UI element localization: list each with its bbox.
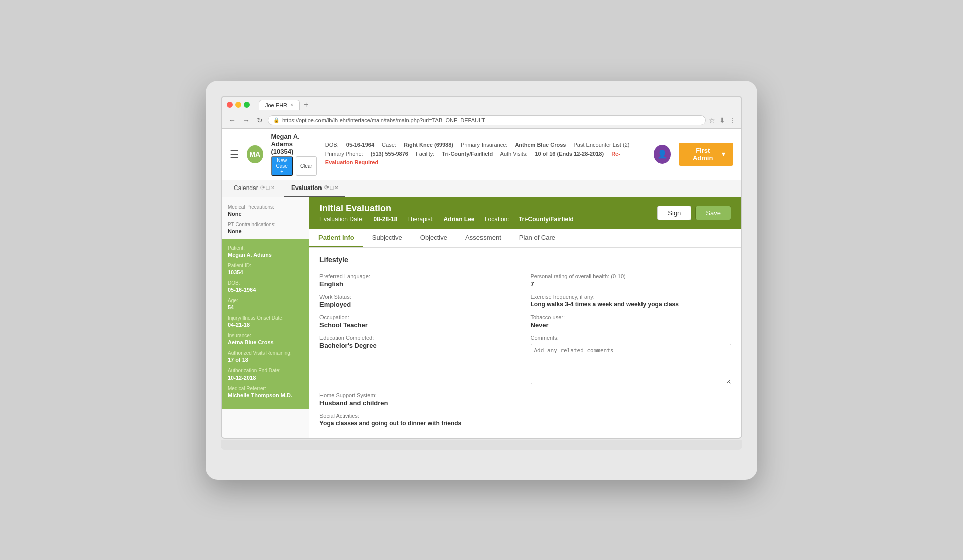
auth-detail: Auth Visits: 10 of 16 (Ends 12-28-2018) (500, 151, 604, 157)
nav-actions: ☆ ⬇ ⋮ (709, 116, 736, 124)
close-traffic-light[interactable] (227, 102, 233, 108)
auth-end-value: 10-12-2018 (228, 375, 303, 381)
preferred-lang-label: Preferred Language: (319, 273, 521, 279)
refresh-button[interactable]: ↻ (255, 115, 265, 125)
injury-value: 04-21-18 (228, 322, 303, 328)
case-detail: Case: Right Knee (69988) (382, 142, 453, 148)
section-divider (319, 435, 731, 435)
precautions-label: Medical Precautions: (228, 204, 303, 210)
eval-location-label: Location: (485, 216, 509, 223)
tab-patient-info-label: Patient Info (318, 234, 354, 241)
menu-icon[interactable]: ⋮ (729, 116, 736, 124)
patient-badges: New Case + Clear (271, 156, 317, 176)
dob-sidebar-label: DOB: (228, 280, 303, 286)
precautions-value: None (228, 211, 303, 217)
eval-meta: Evaluation Date: 08-28-18 Therapist: Adr… (319, 216, 582, 223)
sidebar-patient-id: Patient ID: 10354 (228, 263, 303, 275)
insurance-sidebar-label: Insurance: (228, 333, 303, 338)
education-col: Education Completed: Bachelor's Degree (319, 335, 521, 386)
tab-patient-info[interactable]: Patient Info (309, 229, 363, 247)
social-col: Social Activities: Yoga classes and goin… (319, 413, 731, 427)
evaluation-tab[interactable]: Evaluation ⟳ □ × (284, 180, 345, 197)
occupation-label: Occupation: (319, 314, 521, 320)
maximize-traffic-light[interactable] (244, 102, 250, 108)
patient-label: Patient: (228, 245, 303, 251)
tab-assessment-label: Assessment (465, 234, 501, 241)
insurance-sidebar-value: Aetna Blue Cross (228, 339, 303, 345)
content-area: Initial Evaluation Evaluation Date: 08-2… (309, 197, 741, 438)
calendar-tab[interactable]: Calendar ⟳ □ × (227, 180, 281, 197)
comments-textarea[interactable] (531, 344, 732, 384)
tab-subjective-label: Subjective (372, 234, 402, 241)
eval-header: Initial Evaluation Evaluation Date: 08-2… (309, 197, 741, 229)
browser-tab[interactable]: Joe EHR × (259, 100, 300, 110)
id-value: 10354 (228, 269, 303, 275)
header-patient-details: DOB: 05-16-1964 Case: Right Knee (69988)… (325, 141, 646, 167)
tab-bar: Joe EHR × + (259, 100, 310, 110)
star-icon[interactable]: ☆ (709, 116, 715, 124)
dob-label: DOB: 05-16-1964 (325, 142, 374, 148)
browser-nav: ← → ↻ 🔒 https://optjoe.com/lh/lh-ehr/int… (227, 113, 736, 128)
lifestyle-row2: Work Status: Employed Exercise frequency… (319, 294, 731, 308)
preferred-lang-col: Preferred Language: English (319, 273, 521, 288)
app-header: ☰ MA Megan A. Adams (10354) New Case + C… (222, 129, 741, 180)
url-bar[interactable]: 🔒 https://optjoe.com/lh/lh-ehr/interface… (268, 115, 706, 125)
sign-button[interactable]: Sign (657, 206, 691, 220)
patient-avatar: MA (247, 145, 263, 163)
work-status-col: Work Status: Employed (319, 294, 521, 308)
tab-subjective[interactable]: Subjective (363, 229, 411, 247)
dob-sidebar-value: 05-16-1964 (228, 287, 303, 293)
exercise-label: Exercise frequency, if any: (531, 294, 732, 300)
past-encounter[interactable]: Past Encounter List (2) (574, 142, 630, 148)
eval-title: Initial Evaluation (319, 203, 582, 214)
new-case-button[interactable]: New Case + (271, 156, 293, 176)
outer-tab-bar: Calendar ⟳ □ × Evaluation ⟳ □ × (222, 180, 741, 197)
tab-objective-label: Objective (420, 234, 447, 241)
phone-detail: Primary Phone: (513) 555-9876 (325, 151, 408, 157)
user-avatar: 👤 (654, 145, 671, 164)
eval-therapist-value: Adrian Lee (444, 216, 475, 223)
hamburger-menu[interactable]: ☰ (230, 148, 239, 160)
tab-title: Joe EHR (265, 102, 287, 108)
save-button[interactable]: Save (695, 206, 731, 220)
url-text: https://optjoe.com/lh/lh-ehr/interface/m… (282, 117, 485, 123)
sidebar-age: Age: 54 (228, 298, 303, 310)
facility-detail: Facility: Tri-County/Fairfield (416, 151, 493, 157)
patient-info-section: Megan A. Adams (10354) New Case + Clear (271, 133, 317, 176)
tab-objective[interactable]: Objective (411, 229, 456, 247)
id-label: Patient ID: (228, 263, 303, 268)
sidebar-patient-info: Patient: Megan A. Adams Patient ID: 1035… (222, 239, 309, 409)
clear-button[interactable]: Clear (296, 156, 317, 176)
work-status-value: Employed (319, 301, 521, 308)
forward-button[interactable]: → (241, 115, 252, 125)
download-icon[interactable]: ⬇ (719, 116, 725, 124)
preferred-lang-value: English (319, 280, 521, 288)
sidebar-patient-name-section: Patient: Megan A. Adams (228, 245, 303, 258)
referrer-value: Michelle Thompson M.D. (228, 392, 303, 398)
eval-actions: Sign Save (657, 206, 731, 220)
health-rating-value: 7 (531, 280, 732, 288)
sidebar-injury: Injury/Illness Onset Date: 04-21-18 (228, 315, 303, 328)
patient-name-header: Megan A. Adams (10354) (271, 133, 317, 155)
eval-date-value: 08-28-18 (373, 216, 397, 223)
auth-visits-label: Authorized Visits Remaining: (228, 350, 303, 356)
sidebar-contraindications: PT Contraindications: None (228, 222, 303, 234)
eval-location-value: Tri-County/Fairfield (519, 216, 574, 223)
tab-close-btn[interactable]: × (290, 102, 293, 108)
sidebar-insurance: Insurance: Aetna Blue Cross (228, 333, 303, 345)
tab-plan-of-care[interactable]: Plan of Care (510, 229, 564, 247)
sidebar-auth-end: Authorization End Date: 10-12-2018 (228, 368, 303, 381)
new-tab-button[interactable]: + (302, 100, 310, 109)
home-support-label: Home Support System: (319, 392, 521, 398)
eval-therapist: Therapist: Adrian Lee (407, 216, 476, 223)
contraindications-value: None (228, 228, 303, 234)
admin-label: First Admin (687, 147, 719, 162)
admin-button[interactable]: First Admin ▾ (679, 143, 733, 166)
back-button[interactable]: ← (227, 115, 238, 125)
age-label: Age: (228, 298, 303, 303)
tab-assessment[interactable]: Assessment (456, 229, 510, 247)
auth-end-label: Authorization End Date: (228, 368, 303, 374)
contraindications-label: PT Contraindications: (228, 222, 303, 227)
minimize-traffic-light[interactable] (235, 102, 241, 108)
age-value: 54 (228, 304, 303, 310)
